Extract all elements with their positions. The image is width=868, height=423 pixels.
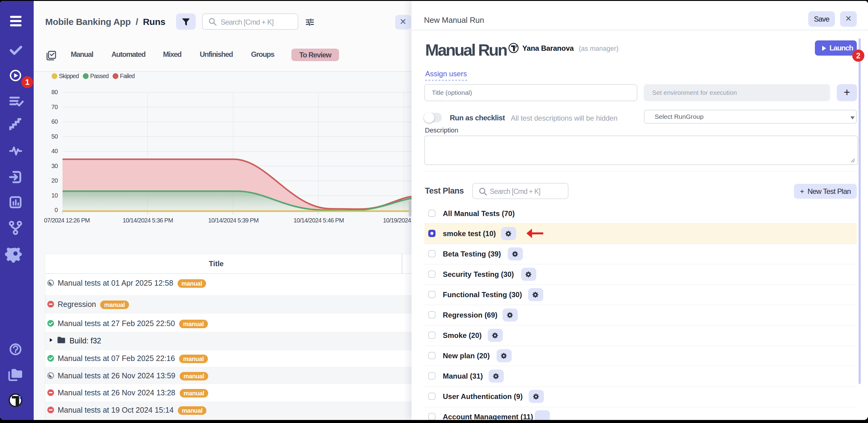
svg-text:1: 1 [25,78,29,86]
